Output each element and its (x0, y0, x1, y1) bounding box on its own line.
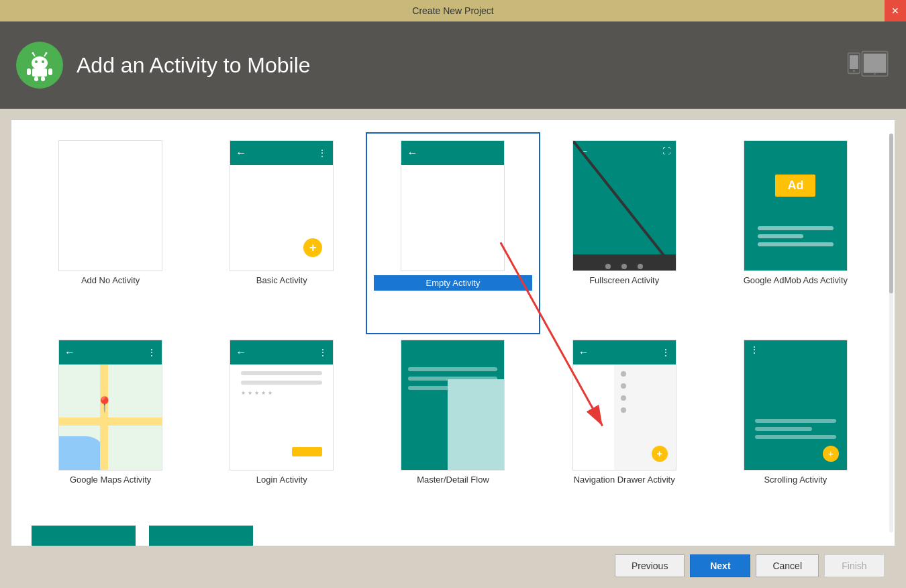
nav-dot-list (614, 364, 676, 413)
cancel-button[interactable]: Cancel (756, 554, 819, 577)
thumb-maps: ← ⋮ 📍 (58, 340, 162, 471)
label-empty: Empty Activity (374, 275, 532, 291)
title-bar: Create New Project ✕ (0, 0, 906, 21)
partial-thumb (149, 526, 253, 546)
nav-list-dot (621, 383, 626, 389)
thumb-master (401, 340, 505, 471)
nav-dot (638, 264, 643, 269)
svg-point-18 (874, 73, 875, 75)
nav-list-dot (621, 371, 626, 377)
scroll-line (755, 419, 836, 423)
fab-icon: + (303, 238, 322, 257)
thumb-basic: ← ⋮ + (230, 140, 334, 271)
menu-dots-icon: ⋮ (147, 347, 156, 358)
window-title: Create New Project (412, 5, 493, 16)
nav-list-dot (621, 407, 626, 413)
scrollbar[interactable] (889, 134, 893, 532)
scrollbar-thumb[interactable] (889, 134, 893, 293)
activity-item-admob[interactable]: Ad Google AdMob Ads Activity (710, 134, 881, 333)
login-field (241, 371, 322, 375)
master-line (408, 367, 497, 371)
ad-badge: Ad (775, 175, 815, 197)
activity-item-empty[interactable]: ← Empty Activity (367, 134, 538, 333)
svg-rect-14 (850, 55, 858, 69)
svg-point-1 (32, 56, 48, 70)
activity-panel: Add No Activity ← ⋮ + Basic Activity ← (11, 119, 895, 546)
label-login: Login Activity (256, 475, 307, 485)
label-nav: Navigation Drawer Activity (574, 475, 675, 485)
login-field (241, 381, 322, 385)
svg-point-15 (853, 70, 855, 72)
activity-item-login[interactable]: ← ⋮ ★★★★★ Login Activity (196, 333, 367, 527)
svg-rect-8 (32, 68, 47, 77)
svg-line-19 (573, 141, 676, 271)
thumb-nav: ← ⋮ + (572, 340, 676, 471)
line (758, 234, 803, 238)
label-scrolling: Scrolling Activity (764, 475, 827, 485)
label-basic: Basic Activity (256, 275, 307, 285)
next-button[interactable]: Next (690, 554, 750, 577)
device-icon (847, 42, 890, 88)
menu-dots-icon: ⋮ (317, 148, 328, 158)
back-arrow-icon: ← (407, 147, 417, 159)
label-no-activity: Add No Activity (81, 275, 140, 285)
thumb-login: ← ⋮ ★★★★★ (230, 340, 334, 471)
page-title: Add an Activity to Mobile (77, 53, 311, 78)
label-admob: Google AdMob Ads Activity (744, 275, 848, 285)
menu-dots-icon: ⋮ (661, 347, 670, 358)
fab-icon: + (823, 446, 839, 462)
thumb-scroll: ⋮ + (744, 340, 848, 471)
main-content: Add No Activity ← ⋮ + Basic Activity ← (0, 109, 906, 588)
svg-rect-17 (864, 54, 887, 73)
scroll-line (755, 427, 812, 431)
svg-rect-10 (48, 68, 52, 75)
finish-button[interactable]: Finish (824, 554, 885, 577)
back-arrow-icon: ← (236, 147, 246, 159)
map-water (59, 436, 106, 470)
close-button[interactable]: ✕ (885, 0, 906, 21)
activity-item-scrolling[interactable]: ⋮ + Scrolling Activity (710, 333, 881, 527)
thumb-empty: ← (401, 140, 505, 271)
activity-item-basic[interactable]: ← ⋮ + Basic Activity (196, 134, 367, 333)
thumb-admob: Ad (744, 140, 848, 271)
svg-rect-9 (27, 68, 31, 75)
back-arrow-icon: ← (64, 346, 75, 358)
nav-dot (621, 264, 627, 269)
label-maps: Google Maps Activity (70, 475, 151, 485)
svg-point-2 (35, 60, 38, 63)
login-btn (292, 447, 322, 456)
nav-dot (605, 264, 611, 269)
svg-point-6 (32, 52, 34, 54)
login-stars: ★★★★★ (241, 390, 322, 396)
label-fullscreen: Fullscreen Activity (589, 275, 659, 285)
line (758, 226, 834, 230)
map-road-h (59, 418, 162, 426)
back-arrow-icon: ← (236, 346, 246, 358)
partial-thumb (32, 526, 136, 546)
detail-panel (448, 379, 504, 470)
svg-rect-12 (41, 77, 45, 81)
line (758, 242, 834, 246)
activity-grid: Add No Activity ← ⋮ + Basic Activity ← (11, 120, 895, 540)
activity-item-fullscreen[interactable]: ← ⛶ Fullscreen Activity (539, 134, 710, 333)
menu-dots-icon: ⋮ (318, 347, 328, 358)
header: Add an Activity to Mobile (0, 21, 906, 109)
thumb-fullscreen: ← ⛶ (572, 140, 676, 271)
scroll-line (755, 435, 836, 439)
svg-rect-11 (34, 77, 38, 81)
activity-item-nav[interactable]: ← ⋮ + Navigation Drawer Activity (539, 333, 710, 527)
map-marker-icon: 📍 (95, 396, 113, 413)
nav-list-dot (621, 395, 626, 401)
menu-dots-icon: ⋮ (750, 344, 759, 355)
map-road-v (100, 364, 108, 470)
svg-point-7 (46, 52, 48, 54)
partial-row (25, 526, 260, 546)
bottom-bar: Previous Next Cancel Finish (11, 546, 895, 577)
previous-button[interactable]: Previous (615, 554, 685, 577)
back-arrow-icon: ← (578, 346, 589, 358)
activity-item-no-activity[interactable]: Add No Activity (25, 134, 196, 333)
activity-item-master[interactable]: Master/Detail Flow (367, 333, 538, 527)
android-logo (16, 42, 63, 89)
activity-item-maps[interactable]: ← ⋮ 📍 Google Maps Activity (25, 333, 196, 527)
scroll-lines (755, 419, 836, 443)
